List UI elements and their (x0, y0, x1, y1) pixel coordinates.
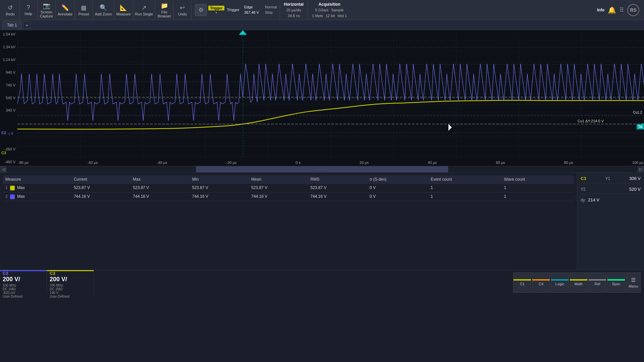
camera-icon: 📷 (43, 2, 50, 9)
table-row: 1 Max 523.87 V 523.87 V 523.87 V 523.87 … (3, 184, 574, 192)
c3-control[interactable]: ....... C3 200 V/ 700 MHz DC 1MΩ 140 V U… (47, 270, 94, 295)
x-axis-labels: -80 µs -60 µs -40 µs -20 µs 0 s 20 µs 40… (17, 159, 644, 166)
col-mean: Mean (249, 175, 308, 184)
scroll-left-button[interactable]: ◁ (0, 166, 7, 173)
measure-button[interactable]: 📐 Measure (114, 1, 133, 19)
svg-rect-1 (17, 30, 644, 159)
c3-details: 700 MHz DC 1MΩ 140 V User-Defined (50, 284, 91, 298)
c2-channel-label: C2 (1, 131, 6, 135)
c2-name: C2 (3, 271, 44, 276)
cursor-panel: C3 Y1 306 V Y2 520 V dy: 214 V (577, 173, 644, 270)
c2-voltage: 200 V/ (3, 276, 44, 283)
col-rms: RMS (308, 175, 367, 184)
redo-button[interactable]: ↺ Redo (1, 1, 19, 19)
cursor-dy-row: dy: 214 V (581, 197, 641, 202)
ref-button[interactable]: Ref (588, 273, 606, 293)
help-button[interactable]: ? Help (19, 1, 38, 19)
c1-color-bar (514, 279, 531, 281)
col-current: Current (71, 175, 130, 184)
undo-button[interactable]: ↩ Undo (173, 1, 192, 19)
c3-voltage: 200 V/ (50, 276, 91, 283)
c3-channel-label: C3 (1, 151, 6, 155)
col-min: Min (190, 175, 249, 184)
acquisition-panel: Acquisition 5 GSa/s Sample 1 Mpts 12 bit… (308, 1, 351, 19)
file-browser-button[interactable]: 📁 File Browser (155, 1, 173, 19)
ref-color-bar (589, 279, 606, 281)
c2-control[interactable]: ....... C2 200 V/ 100 MHz DC 1MΩ -820 mV… (0, 270, 47, 295)
bottom-right-buttons: C1 C4 Logic Math Ref Spec ☰ Menu (510, 270, 644, 295)
c4-button[interactable]: C4 (532, 273, 550, 293)
run-single-button[interactable]: ↗ Run Single (133, 1, 156, 19)
c4-color-bar (532, 279, 550, 281)
undo-icon: ↩ (180, 4, 185, 11)
c1-button[interactable]: C1 (513, 273, 531, 293)
bottom-controls: ....... C2 200 V/ 100 MHz DC 1MΩ -820 mV… (0, 270, 644, 295)
zoom-icon: 🔍 (100, 4, 107, 11)
math-color-bar (570, 279, 587, 281)
add-zoom-button[interactable]: 🔍 Add Zoom (93, 1, 114, 19)
c3-name: C3 (50, 271, 91, 276)
table-row: 2 Max 744.16 V 744.16 V 744.16 V 744.16 … (3, 192, 574, 201)
c3-badge: Trigger (208, 6, 224, 10)
waveform-svg (17, 30, 644, 159)
math-button[interactable]: Math (570, 273, 588, 293)
spec-button[interactable]: Spec (607, 273, 625, 293)
logic-color-bar (551, 279, 569, 281)
file-icon: 📁 (161, 2, 168, 9)
col-event: Event count (428, 175, 501, 184)
cursor-y1-row: C3 Y1 306 V (581, 176, 641, 183)
measure-table-body: 1 Max 523.87 V 523.87 V 523.87 V 523.87 … (3, 184, 574, 201)
scrollbar-area: ◁ · · · · · ▷ (0, 166, 644, 173)
scroll-right-button[interactable]: ▷ (637, 166, 644, 173)
hamburger-icon: ☰ (631, 277, 636, 283)
scroll-thumb[interactable]: · · · · · (196, 166, 448, 172)
spec-color-bar (607, 279, 625, 281)
measure-table-panel: Measure Current Max Min Mean RMS σ (S-de… (0, 173, 577, 270)
c2-details: 100 MHz DC 1MΩ -820 mV User-Defined (3, 284, 44, 298)
cursor-y2-row: Y2 520 V (581, 187, 641, 194)
grid-icon: ⠿ (620, 6, 624, 14)
pencil-icon: ✏️ (61, 4, 69, 11)
notification-icon[interactable]: 🔔 (608, 6, 616, 14)
screen-capture-button[interactable]: 📷 Screen Capture (38, 1, 56, 19)
tabbar: Tab 1 + (0, 20, 644, 30)
col-sdev: σ (S-dev) (367, 175, 428, 184)
cursor-annotation: Cu1 ΔY:214.0 V (578, 119, 604, 123)
redo-icon: ↺ (8, 4, 13, 11)
annotate-button[interactable]: ✏️ Annotate (56, 1, 75, 19)
trigger-panel: Trigger Edge 367.46 V Normal Stop (224, 1, 280, 19)
logo-badge: RS (627, 4, 639, 16)
cu12-label: Cu1.2 (633, 111, 642, 114)
tab-add-button[interactable]: + (23, 21, 31, 29)
col-max: Max (130, 175, 189, 184)
menu-button[interactable]: ☰ Menu (626, 273, 641, 293)
tab-1[interactable]: Tab 1 (2, 21, 22, 29)
logic-button[interactable]: Logic (551, 273, 569, 293)
info-area: Info 🔔 ⠿ RS (594, 4, 643, 16)
measure-area: Measure Current Max Min Mean RMS σ (S-de… (0, 173, 644, 270)
help-icon: ? (26, 4, 30, 11)
scope-area: 1.54 kV 1.34 kV 1.14 kV 940 V 740 V 540 … (0, 30, 644, 166)
settings-button[interactable]: ⚙ (195, 4, 207, 16)
col-wave: Wave count (501, 175, 574, 184)
toolbar: ↺ Redo ? Help 📷 Screen Capture ✏️ Annota… (0, 0, 644, 20)
y-axis-labels: 1.54 kV 1.34 kV 1.14 kV 940 V 740 V 540 … (0, 30, 17, 166)
horizontal-panel: Horizontal 20 µs/div 34.8 ns (280, 1, 308, 19)
run-single-icon: ↗ (142, 4, 147, 11)
preset-icon: ▦ (81, 4, 87, 11)
c2-ch-indicator: ◁ V (7, 132, 13, 135)
preset-button[interactable]: ▦ Preset (75, 1, 93, 19)
measure-table: Measure Current Max Min Mean RMS σ (S-de… (3, 175, 574, 201)
col-measure: Measure (3, 175, 71, 184)
scroll-track[interactable]: · · · · · (7, 166, 637, 172)
table-header-row: Measure Current Max Min Mean RMS σ (S-de… (3, 175, 574, 184)
ta-badge[interactable]: TA (637, 124, 644, 129)
measure-icon: 📐 (120, 4, 127, 11)
